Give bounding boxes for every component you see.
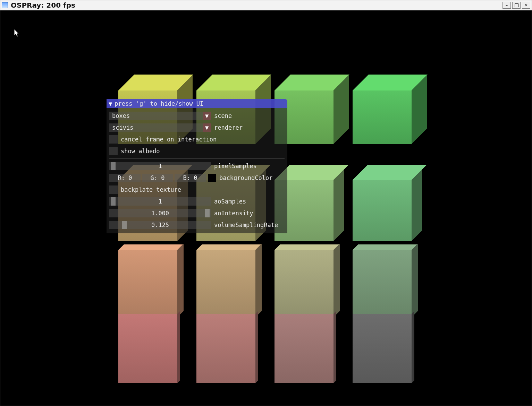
- cube-face: [177, 244, 184, 317]
- volume-sampling-rate-value: 0.125: [151, 222, 169, 228]
- render-viewport[interactable]: ▼ press 'g' to hide/show UI boxes ▼ scen…: [0, 10, 532, 406]
- pixel-samples-slider[interactable]: 1: [109, 162, 211, 170]
- cube-face: [196, 244, 261, 250]
- cube-face: [353, 180, 412, 241]
- show-albedo-checkbox[interactable]: [109, 147, 118, 155]
- cancel-frame-checkbox[interactable]: [109, 135, 118, 144]
- cube-face: [333, 170, 344, 241]
- renderer-combo-label: renderer: [214, 124, 243, 131]
- slider-grab-icon: [111, 197, 116, 206]
- renderer-combo[interactable]: scivis ▼: [109, 123, 211, 132]
- pixel-samples-label: pixelSamples: [214, 163, 257, 170]
- cube-face: [118, 244, 183, 250]
- cube-face: [353, 90, 412, 144]
- svg-marker-0: [14, 29, 19, 37]
- volume-sampling-rate-label: volumeSamplingRate: [214, 222, 278, 228]
- bgcolor-swatch[interactable]: [208, 174, 216, 182]
- bgcolor-label: backgroundColor: [219, 174, 273, 181]
- cube-face: [275, 244, 339, 250]
- panel-header[interactable]: ▼ press 'g' to hide/show UI: [107, 99, 287, 108]
- cube-face: [412, 311, 414, 383]
- slider-grab-icon: [205, 209, 210, 217]
- bgcolor-b-input[interactable]: B: 0: [175, 174, 206, 182]
- settings-panel[interactable]: ▼ press 'g' to hide/show UI boxes ▼ scen…: [107, 99, 287, 233]
- ao-samples-value: 1: [158, 198, 162, 205]
- ao-samples-label: aoSamples: [214, 198, 246, 205]
- cube-face: [118, 314, 177, 383]
- ao-samples-slider[interactable]: 1: [109, 197, 211, 206]
- bgcolor-r-input[interactable]: R: 0: [109, 174, 141, 182]
- cube-face: [275, 314, 333, 383]
- ao-intensity-slider[interactable]: 1.000: [109, 209, 211, 217]
- ao-intensity-value: 1.000: [151, 210, 169, 217]
- ao-intensity-label: aoIntensity: [214, 210, 253, 217]
- bgcolor-g-input[interactable]: G: 0: [142, 174, 173, 182]
- app-window: OSPRay: 200 fps ▼ press 'g' to hide/show…: [0, 0, 532, 406]
- slider-grab-icon: [111, 162, 116, 170]
- titlebar[interactable]: OSPRay: 200 fps: [0, 0, 532, 10]
- chevron-down-icon: ▼: [203, 112, 211, 120]
- scene-combo-value: boxes: [112, 112, 130, 119]
- renderer-combo-value: scivis: [112, 124, 133, 131]
- cube-face: [412, 170, 422, 241]
- maximize-button[interactable]: [512, 2, 521, 9]
- cube-face: [118, 250, 177, 317]
- panel-body: boxes ▼ scene scivis ▼ renderer ca: [107, 108, 287, 233]
- volume-sampling-rate-slider[interactable]: 0.125: [109, 221, 211, 229]
- cube-face: [333, 311, 336, 383]
- close-button[interactable]: [522, 2, 530, 9]
- collapse-arrow-icon: ▼: [109, 100, 112, 107]
- minimize-button[interactable]: [503, 2, 511, 9]
- cube-face: [196, 250, 255, 317]
- window-title: OSPRay: 200 fps: [11, 1, 503, 9]
- scene-combo[interactable]: boxes ▼: [109, 112, 211, 120]
- cube-face: [353, 250, 412, 317]
- cube-face: [412, 244, 418, 317]
- cube-face: [255, 311, 258, 383]
- cube-face: [333, 244, 340, 317]
- pixel-samples-value: 1: [158, 163, 162, 170]
- separator: [109, 158, 285, 158]
- cube-face: [177, 311, 180, 383]
- scene-combo-label: scene: [214, 112, 232, 119]
- cube-face: [353, 244, 417, 250]
- show-albedo-label: show albedo: [121, 148, 160, 155]
- app-icon: [2, 2, 8, 8]
- slider-grab-icon: [122, 221, 127, 229]
- cube-face: [275, 250, 333, 317]
- backplate-texture-checkbox[interactable]: [109, 185, 118, 194]
- chevron-down-icon: ▼: [203, 123, 211, 132]
- cube-face: [196, 314, 255, 383]
- cancel-frame-label: cancel frame on interaction: [121, 136, 217, 143]
- backplate-texture-label: backplate texture: [121, 186, 181, 193]
- panel-title: press 'g' to hide/show UI: [115, 100, 203, 107]
- cube-face: [353, 314, 412, 383]
- cube-face: [255, 244, 262, 317]
- titlebar-buttons: [503, 2, 530, 9]
